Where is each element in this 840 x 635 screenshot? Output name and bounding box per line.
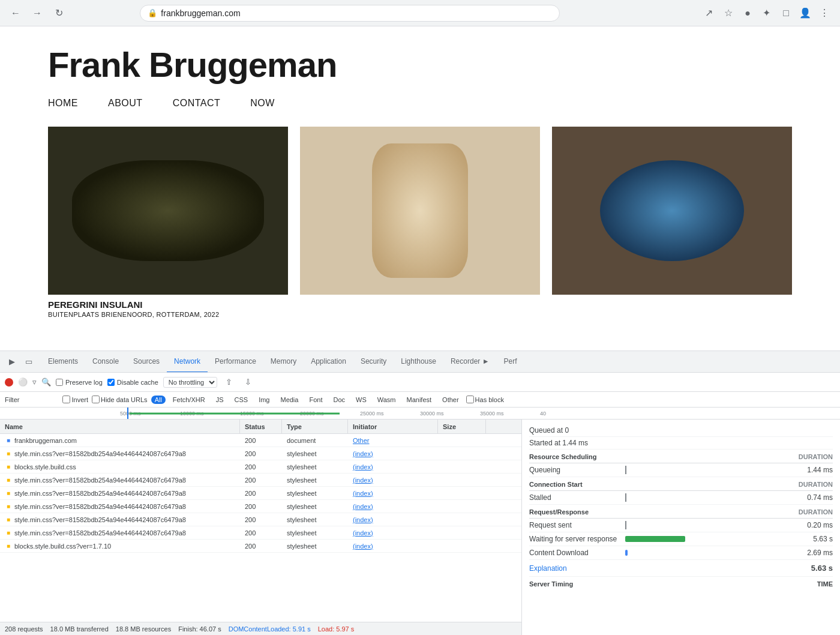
tab-network[interactable]: Network <box>167 351 208 373</box>
filter-tag-font[interactable]: Font <box>305 396 326 404</box>
row-name: ■blocks.style.build.css <box>0 460 240 473</box>
th-name[interactable]: Name <box>0 420 240 433</box>
record-button[interactable] <box>5 378 13 387</box>
row-initiator[interactable]: Other <box>348 434 438 447</box>
address-bar[interactable]: 🔒 frankbruggeman.com <box>140 5 560 22</box>
filter-tag-js[interactable]: JS <box>212 396 227 404</box>
row-initiator[interactable]: (index) <box>348 540 438 552</box>
filter-tag-doc[interactable]: Doc <box>329 396 349 404</box>
css-icon: ■ <box>5 503 12 510</box>
image-card-2[interactable] <box>300 127 540 318</box>
filter-tag-img[interactable]: Img <box>255 396 273 404</box>
explanation-link[interactable]: Explanation <box>529 564 567 573</box>
has-blocked-label[interactable]: Has block <box>466 396 504 403</box>
filter-input[interactable] <box>23 396 59 403</box>
th-size[interactable]: Size <box>438 420 486 433</box>
filter-tag-media[interactable]: Media <box>277 396 302 404</box>
tab-performance[interactable]: Performance <box>208 351 263 373</box>
th-status[interactable]: Status <box>240 420 282 433</box>
preserve-log-checkbox[interactable] <box>56 379 63 386</box>
tab-memory[interactable]: Memory <box>263 351 304 373</box>
devtools-main: Name Status Type Initiator Size ■frankbr… <box>0 420 840 635</box>
table-row[interactable]: ■style.min.css?ver=81582bdb254a94e446442… <box>0 487 521 500</box>
row-initiator[interactable]: (index) <box>348 526 438 539</box>
filter-tag-fetch[interactable]: Fetch/XHR <box>169 396 209 404</box>
nav-about[interactable]: ABOUT <box>108 98 143 109</box>
device-icon[interactable]: ▭ <box>22 355 36 369</box>
tab-sources[interactable]: Sources <box>126 351 167 373</box>
throttle-select[interactable]: No throttling <box>163 377 217 388</box>
green-line <box>130 412 340 414</box>
clear-button[interactable]: ⚪ <box>18 378 28 387</box>
invert-checkbox[interactable] <box>62 396 70 403</box>
extensions-icon[interactable]: ● <box>739 5 756 22</box>
nav-now[interactable]: NOW <box>250 98 275 109</box>
back-button[interactable]: ← <box>7 5 24 22</box>
tab-console[interactable]: Console <box>85 351 126 373</box>
table-row[interactable]: ■style.min.css?ver=81582bdb254a94e446442… <box>0 447 521 460</box>
image-card-1[interactable]: PEREGRINI INSULANI BUITENPLAATS BRIENENO… <box>48 127 288 318</box>
tab-security[interactable]: Security <box>353 351 394 373</box>
stalled-row: Stalled 0.74 ms <box>529 491 833 505</box>
table-row[interactable]: ■blocks.style.build.css?ver=1.7.10 200 s… <box>0 540 521 553</box>
th-type[interactable]: Type <box>282 420 348 433</box>
preserve-log-label[interactable]: Preserve log <box>56 379 103 386</box>
filter-tag-manifest[interactable]: Manifest <box>403 396 436 404</box>
filter-tag-all[interactable]: All <box>151 396 166 404</box>
th-initiator[interactable]: Initiator <box>348 420 438 433</box>
filter-tag-other[interactable]: Other <box>439 396 463 404</box>
image-card-3[interactable] <box>552 127 792 318</box>
row-status: 200 <box>240 474 282 486</box>
filter-tag-css[interactable]: CSS <box>231 396 252 404</box>
row-name: ■style.min.css?ver=81582bdb254a94e446442… <box>0 513 240 526</box>
table-row[interactable]: ■style.min.css?ver=81582bdb254a94e446442… <box>0 500 521 513</box>
has-blocked-checkbox[interactable] <box>466 396 474 403</box>
row-initiator[interactable]: (index) <box>348 460 438 473</box>
disable-cache-label[interactable]: Disable cache <box>107 379 158 386</box>
table-row[interactable]: ■style.min.css?ver=81582bdb254a94e446442… <box>0 474 521 487</box>
image-title-1: PEREGRINI INSULANI <box>48 299 288 310</box>
queued-at-row: Queued at 0 <box>529 424 833 437</box>
hide-data-urls-label[interactable]: Hide data URLs <box>92 396 148 403</box>
tab-recorder[interactable]: Recorder ► <box>443 351 497 373</box>
stalled-label: Stalled <box>529 493 625 502</box>
profile-icon[interactable]: 👤 <box>797 5 814 22</box>
tab-perf[interactable]: Perf <box>497 351 524 373</box>
menu-icon[interactable]: ⋮ <box>816 5 833 22</box>
row-initiator[interactable]: (index) <box>348 447 438 460</box>
invert-checkbox-label[interactable]: Invert <box>62 396 88 403</box>
row-initiator[interactable]: (index) <box>348 500 438 513</box>
waiting-label: Waiting for server response <box>529 535 625 543</box>
bookmark-icon[interactable]: ☆ <box>720 5 737 22</box>
table-row[interactable]: ■blocks.style.build.css 200 stylesheet (… <box>0 460 521 474</box>
share-icon[interactable]: ↗ <box>701 5 718 22</box>
download-icon[interactable]: ⇩ <box>241 375 256 390</box>
table-row[interactable]: ■style.min.css?ver=81582bdb254a94e446442… <box>0 513 521 526</box>
nav-home[interactable]: HOME <box>48 98 78 109</box>
tab-application[interactable]: Application <box>304 351 353 373</box>
upload-icon[interactable]: ⇧ <box>222 375 236 390</box>
request-response-title: Request/Response <box>529 508 589 516</box>
row-initiator[interactable]: (index) <box>348 513 438 526</box>
puzzle-icon[interactable]: ✦ <box>758 5 775 22</box>
filter-tag-ws[interactable]: WS <box>352 396 370 404</box>
search-button[interactable]: 🔍 <box>41 378 51 387</box>
forward-button[interactable]: → <box>29 5 46 22</box>
row-initiator[interactable]: (index) <box>348 474 438 486</box>
queueing-bar-container <box>625 466 797 474</box>
table-row[interactable]: ■style.min.css?ver=81582bdb254a94e446442… <box>0 526 521 540</box>
filter-tag-wasm[interactable]: Wasm <box>374 396 400 404</box>
hide-data-urls-checkbox[interactable] <box>92 396 100 403</box>
tick-30000: 30000 ms <box>420 411 444 417</box>
tab-elements[interactable]: Elements <box>41 351 85 373</box>
nav-contact[interactable]: CONTACT <box>173 98 221 109</box>
tab-lighthouse[interactable]: Lighthouse <box>394 351 443 373</box>
filter-button[interactable]: ▿ <box>32 378 37 387</box>
reload-button[interactable]: ↻ <box>50 5 67 22</box>
window-icon[interactable]: □ <box>778 5 794 22</box>
row-initiator[interactable]: (index) <box>348 487 438 499</box>
image-3 <box>552 127 792 295</box>
table-row[interactable]: ■frankbruggeman.com 200 document Other <box>0 434 521 447</box>
inspect-icon[interactable]: ▶ <box>5 355 19 369</box>
disable-cache-checkbox[interactable] <box>107 379 115 386</box>
